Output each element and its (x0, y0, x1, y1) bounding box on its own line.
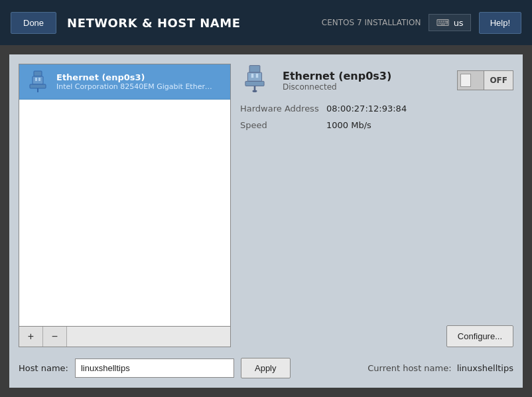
svg-rect-6 (249, 66, 260, 73)
svg-rect-0 (34, 71, 42, 76)
svg-point-12 (252, 90, 257, 93)
hostname-input[interactable] (75, 358, 234, 378)
speed-value: 1000 Mb/s (326, 120, 371, 130)
page-title: NETWORK & HOST NAME (67, 16, 240, 30)
network-list-buttons: + − (19, 326, 230, 347)
hardware-address-value: 08:00:27:12:93:84 (326, 104, 407, 114)
done-button[interactable]: Done (11, 12, 56, 34)
keyboard-lang: us (454, 18, 464, 28)
hardware-address-row: Hardware Address 08:00:27:12:93:84 (240, 104, 513, 114)
apply-button[interactable]: Apply (241, 358, 291, 378)
main-content: Ethernet (enp0s3) Intel Corporation 8254… (9, 54, 523, 388)
svg-rect-4 (38, 78, 40, 81)
ethernet-list-icon (26, 70, 50, 94)
content-area: Ethernet (enp0s3) Intel Corporation 8254… (19, 64, 513, 347)
keyboard-icon: ⌨ (436, 17, 449, 28)
network-list: Ethernet (enp0s3) Intel Corporation 8254… (19, 64, 230, 326)
network-item-name: Ethernet (enp0s3) (56, 72, 224, 82)
current-hostname-label: Current host name: (367, 363, 451, 373)
toggle-label: OFF (484, 71, 513, 90)
header-right: CENTOS 7 INSTALLATION ⌨ us Help! (322, 12, 521, 34)
svg-rect-7 (247, 72, 261, 81)
detail-name: Ethernet (enp0s3) (283, 70, 448, 82)
svg-rect-8 (245, 81, 264, 86)
toggle-switch[interactable]: OFF (457, 70, 513, 90)
network-item-info: Ethernet (enp0s3) Intel Corporation 8254… (56, 72, 224, 91)
header-left: Done NETWORK & HOST NAME (11, 12, 241, 34)
toggle-knob (460, 74, 471, 87)
network-item-desc: Intel Corporation 82540EM Gigabit Ethern… (56, 82, 216, 91)
toggle-track[interactable] (458, 71, 484, 90)
hardware-address-label: Hardware Address (240, 104, 326, 114)
svg-rect-1 (33, 76, 43, 84)
hostname-row: Host name: Apply Current host name: linu… (19, 358, 513, 378)
add-network-button[interactable]: + (19, 327, 43, 347)
current-hostname-value: linuxshelltips (457, 363, 513, 373)
svg-rect-3 (35, 78, 37, 81)
speed-row: Speed 1000 Mb/s (240, 120, 513, 130)
remove-network-button[interactable]: − (43, 327, 67, 347)
configure-button[interactable]: Configure... (446, 325, 513, 347)
detail-spacer (240, 137, 513, 319)
hostname-label: Host name: (19, 363, 68, 373)
network-list-panel: Ethernet (enp0s3) Intel Corporation 8254… (19, 64, 231, 347)
detail-header: Ethernet (enp0s3) Disconnected OFF (240, 64, 513, 97)
ethernet-detail-icon (240, 64, 273, 97)
svg-rect-10 (256, 74, 259, 78)
app-header: Done NETWORK & HOST NAME CENTOS 7 INSTAL… (0, 0, 532, 45)
speed-label: Speed (240, 120, 326, 130)
network-item[interactable]: Ethernet (enp0s3) Intel Corporation 8254… (19, 64, 230, 100)
keyboard-widget[interactable]: ⌨ us (429, 14, 470, 31)
help-button[interactable]: Help! (479, 12, 521, 34)
detail-status: Disconnected (283, 82, 448, 92)
detail-name-status: Ethernet (enp0s3) Disconnected (283, 70, 448, 92)
centos-label: CENTOS 7 INSTALLATION (322, 18, 421, 27)
network-detail-panel: Ethernet (enp0s3) Disconnected OFF Hardw… (240, 64, 513, 347)
current-hostname-section: Current host name: linuxshelltips (367, 363, 513, 373)
svg-rect-2 (30, 84, 46, 88)
svg-rect-9 (251, 74, 254, 78)
